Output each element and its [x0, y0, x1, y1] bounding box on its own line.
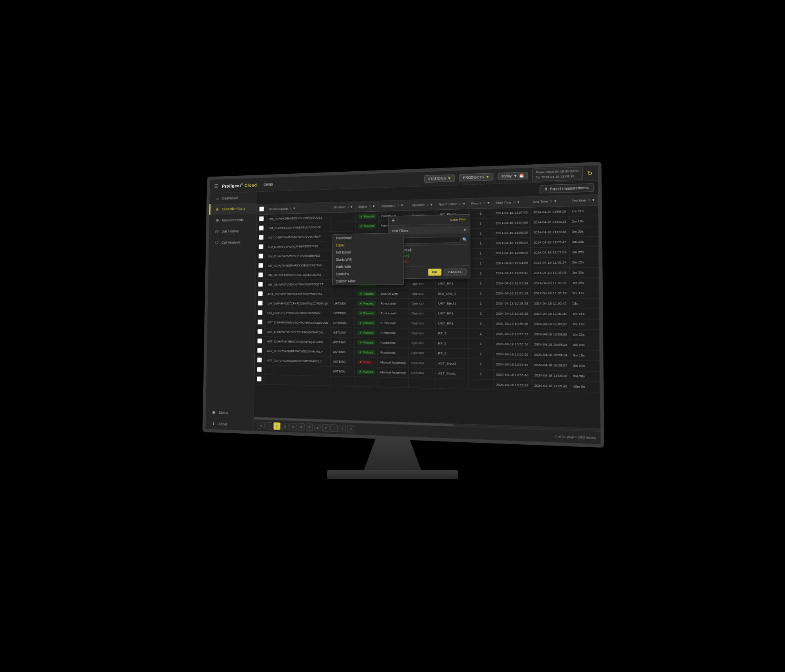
sidebar-item-status[interactable]: ◉ Status — [206, 406, 254, 419]
row-checkbox[interactable] — [257, 338, 262, 344]
row-checkbox-cell[interactable] — [254, 374, 264, 384]
cpk-icon: ⬡ — [214, 240, 220, 245]
col-operator[interactable]: Operator ⇅ ▼ — [409, 199, 436, 211]
tf-not-equal[interactable]: Not Equal — [333, 248, 404, 256]
product-filter-icon[interactable]: ▼ — [350, 205, 353, 209]
row-checkbox-cell[interactable] — [255, 346, 265, 356]
testtime-filter-icon[interactable]: ▼ — [592, 198, 595, 202]
row-checkbox-cell[interactable] — [255, 318, 265, 327]
sidebar-item-about[interactable]: ℹ About — [205, 418, 253, 431]
row-checkbox[interactable] — [258, 244, 263, 249]
row-checkbox[interactable] — [258, 310, 262, 315]
col-start-time[interactable]: Start Time ⇅ ▼ — [493, 197, 531, 208]
cell-status — [354, 376, 378, 387]
page-1-button[interactable]: 1 — [274, 422, 280, 430]
col-operation[interactable]: Operation ⇅ ▼ — [379, 200, 409, 211]
sidebar-item-cpk-analysis[interactable]: ⬡ Cpk Analysis — [209, 236, 256, 249]
row-checkbox-cell[interactable] — [256, 252, 266, 261]
page-2-button[interactable]: 2 — [281, 423, 288, 430]
cell-status: ✔ Passed — [355, 299, 378, 309]
start-filter-icon[interactable]: ▼ — [517, 200, 520, 204]
row-checkbox-cell[interactable] — [256, 289, 265, 299]
status-filter-icon[interactable]: ▼ — [372, 204, 375, 208]
row-checkbox[interactable] — [258, 272, 263, 278]
row-checkbox[interactable] — [258, 253, 263, 259]
row-checkbox-cell[interactable] — [257, 224, 267, 233]
page-prev-button[interactable]: ‹ — [265, 422, 272, 430]
refresh-button[interactable]: ↻ — [587, 170, 592, 177]
clear-filter-label[interactable]: Clear Filter — [450, 217, 467, 222]
date-selector[interactable]: Today ▼ 📅 — [498, 172, 528, 180]
tf-custom-filter[interactable]: Custom Filter — [332, 277, 404, 285]
filter-cancel-button[interactable]: CANCEL — [444, 268, 467, 276]
row-checkbox-cell[interactable] — [256, 233, 266, 242]
page-3-button[interactable]: 3 — [289, 423, 296, 430]
row-checkbox-cell[interactable] — [256, 271, 266, 280]
page-4-button[interactable]: 4 — [298, 423, 305, 430]
row-checkbox[interactable] — [258, 282, 263, 287]
filter-ok-button[interactable]: OK — [428, 269, 441, 276]
row-checkbox[interactable] — [258, 329, 262, 334]
stations-button[interactable]: STATIONS ▼ — [424, 174, 455, 183]
status-icon: ◉ — [211, 410, 217, 415]
page-6-button[interactable]: 6 — [314, 424, 321, 432]
row-checkbox-cell[interactable] — [256, 308, 265, 318]
row-checkbox-cell[interactable] — [257, 214, 267, 224]
page-5-button[interactable]: 5 — [306, 423, 313, 431]
page-last-button[interactable]: » — [347, 425, 354, 433]
cell-operator: Operator — [409, 309, 436, 318]
row-checkbox-cell[interactable] — [255, 327, 265, 336]
page-next-button[interactable]: › — [339, 425, 346, 432]
row-checkbox[interactable] — [258, 291, 263, 296]
operator-filter-icon[interactable]: ▼ — [430, 203, 433, 206]
col-pass[interactable]: Pass # ⇅ ▼ — [469, 198, 493, 209]
export-measurements-button[interactable]: ⬆ Export measurements — [540, 183, 594, 193]
sidebar-item-operation-runs[interactable]: ≡ Operation Runs — [209, 203, 257, 215]
col-test-time[interactable]: Test time ⇅ ▼ — [569, 195, 598, 206]
row-checkbox[interactable] — [259, 216, 264, 222]
products-button[interactable]: PRODUCTS ▼ — [459, 173, 493, 181]
row-checkbox[interactable] — [257, 376, 262, 382]
cell-serial: UM_D1HVKVVFGFQAFNDPDFQ2K76 — [266, 241, 332, 252]
table-row: UM_D1HVRVOK7CFKRD5GNAWLC57DGV16 URT5000 … — [256, 298, 599, 309]
row-checkbox-cell[interactable] — [256, 261, 266, 271]
cell-end-time: 2024-04-18 11:06:24 — [531, 257, 569, 268]
row-checkbox-cell[interactable] — [255, 365, 265, 375]
row-checkbox[interactable] — [258, 263, 263, 268]
end-filter-icon[interactable]: ▼ — [554, 199, 557, 203]
page-7-button[interactable]: 7 — [322, 424, 329, 432]
hamburger-icon[interactable]: ☰ — [214, 183, 219, 189]
row-checkbox-cell[interactable] — [255, 356, 265, 365]
pass-filter-icon[interactable]: ▼ — [487, 201, 490, 205]
row-checkbox[interactable] — [258, 319, 262, 325]
row-checkbox[interactable] — [258, 300, 263, 306]
col-test-position[interactable]: Test Position ⇅ ▼ — [436, 199, 469, 210]
op-filter-icon[interactable]: ▼ — [400, 204, 404, 207]
col-end-time[interactable]: End Time ⇅ ▼ — [530, 195, 569, 207]
row-checkbox[interactable] — [257, 348, 262, 353]
tf-ends-with[interactable]: Ends With — [333, 262, 404, 271]
col-product[interactable]: Product ⇅ ▼ — [332, 202, 356, 213]
sidebar-item-unit-history[interactable]: ◷ Unit History — [209, 225, 256, 237]
cell-pass: 1 — [469, 248, 493, 258]
serial-filter-icon[interactable]: ▼ — [293, 207, 296, 211]
select-all-checkbox[interactable] — [259, 206, 264, 212]
row-checkbox-cell[interactable] — [255, 336, 265, 346]
tf-starts-with[interactable]: Starts With — [333, 255, 404, 263]
row-checkbox-cell[interactable] — [256, 299, 265, 308]
select-all-checkbox-header[interactable] — [257, 204, 267, 215]
sidebar-item-dashboard[interactable]: ⌂ Dashboard — [209, 192, 257, 204]
testpos-filter-icon[interactable]: ▼ — [462, 202, 466, 206]
search-icon: 🔍 — [462, 237, 467, 242]
row-checkbox-cell[interactable] — [256, 242, 266, 252]
row-checkbox[interactable] — [259, 226, 264, 231]
row-checkbox-cell[interactable] — [256, 280, 266, 289]
row-checkbox[interactable] — [259, 235, 264, 240]
row-checkbox[interactable] — [257, 357, 262, 363]
page-first-button[interactable]: « — [258, 422, 265, 429]
col-status[interactable]: Status ⇅ ▼ — [356, 201, 379, 212]
cell-end-time: 2024-04-18 11:05:06 — [531, 268, 569, 278]
tf-contains[interactable]: Contains — [333, 270, 404, 278]
row-checkbox[interactable] — [257, 367, 262, 372]
sidebar-item-measurements[interactable]: ⊕ Measurements — [209, 214, 256, 226]
